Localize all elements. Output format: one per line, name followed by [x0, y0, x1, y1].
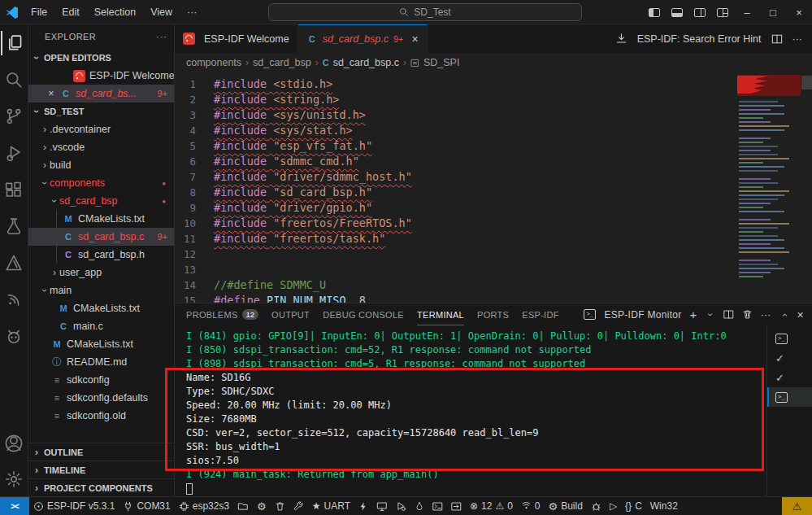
- editor-scrollbar[interactable]: [801, 76, 812, 89]
- monitor-device-item[interactable]: [372, 497, 392, 515]
- minimap[interactable]: [737, 75, 801, 303]
- explorer-icon[interactable]: [1, 31, 28, 55]
- settings-gear-icon[interactable]: [1, 467, 28, 491]
- terminal-dropdown-icon[interactable]: ›: [705, 310, 716, 320]
- extensions-icon[interactable]: [1, 177, 28, 202]
- esp-idf-version-item[interactable]: ESP-IDF v5.3.1: [29, 497, 119, 515]
- project-header[interactable]: › SD_TEST: [28, 103, 174, 120]
- tree-item-cmakelists-main[interactable]: M CMakeLists.txt: [28, 299, 174, 317]
- toggle-sidebar-icon[interactable]: [643, 0, 666, 24]
- split-terminal-icon[interactable]: [723, 309, 734, 320]
- customize-layout-icon[interactable]: [711, 0, 734, 24]
- tree-item-vscode[interactable]: › .vscode: [28, 138, 174, 156]
- search-error-hint-button[interactable]: ESP-IDF: Search Error Hint: [637, 33, 762, 45]
- breadcrumb-item[interactable]: SD_SPI: [423, 57, 459, 68]
- remote-indicator[interactable]: ><: [0, 497, 29, 515]
- maximize-button[interactable]: □: [760, 0, 786, 24]
- run-debug-icon[interactable]: [1, 141, 28, 165]
- tab-esp-idf[interactable]: ESP-IDF: [522, 303, 559, 325]
- kill-terminal-icon[interactable]: [742, 309, 753, 320]
- cmake-icon[interactable]: [1, 251, 28, 275]
- toggle-secondary-sidebar-icon[interactable]: [688, 0, 711, 24]
- tab-ports[interactable]: PORTS: [477, 303, 509, 325]
- open-editor-welcome[interactable]: ESP-IDF Welcome: [28, 67, 174, 85]
- command-center-search[interactable]: SD_Test: [268, 3, 582, 21]
- download-icon[interactable]: [615, 33, 627, 45]
- terminal-instance-task-done[interactable]: ✓: [767, 348, 812, 368]
- tab-problems[interactable]: PROBLEMS 12: [186, 303, 258, 325]
- timeline-section[interactable]: › TIMELINE: [28, 460, 174, 478]
- terminal-profile-label[interactable]: ESP-IDF Monitor: [604, 309, 681, 321]
- sidebar-more-icon[interactable]: ···: [156, 32, 167, 41]
- more-panel-actions-icon[interactable]: ···: [761, 309, 771, 321]
- open-editors-header[interactable]: › OPEN EDITORS: [28, 49, 174, 67]
- problems-status-item[interactable]: ⊗ 12 ⚠ 0: [466, 497, 517, 515]
- split-editor-icon[interactable]: [771, 33, 783, 45]
- flash-device-item[interactable]: [354, 497, 372, 515]
- language-mode-item[interactable]: {} C: [621, 497, 646, 515]
- tree-item-main[interactable]: › main: [28, 282, 174, 299]
- warning-status-item[interactable]: ⚠: [782, 497, 812, 515]
- tree-item-sd-card-bsp[interactable]: › sd_card_bsp ●: [28, 192, 174, 210]
- close-panel-icon[interactable]: ×: [797, 308, 804, 321]
- espressif-icon[interactable]: [1, 287, 28, 312]
- tab-debug-console[interactable]: DEBUG CONSOLE: [323, 303, 404, 325]
- open-editor-sdcard[interactable]: × C sd_card_bs... 9+: [28, 85, 174, 103]
- terminal-instance-active[interactable]: >_: [767, 387, 812, 407]
- cmake-debug-item[interactable]: [587, 497, 606, 515]
- project-components-section[interactable]: › PROJECT COMPONENTS: [28, 478, 174, 496]
- select-project-item[interactable]: [233, 497, 253, 515]
- tree-item-user-app[interactable]: › user_app: [28, 264, 174, 282]
- source-control-icon[interactable]: [1, 104, 28, 129]
- open-ocd-item[interactable]: [447, 497, 466, 515]
- terminal[interactable]: I (841) gpio: GPIO[9]| InputEn: 0| Outpu…: [175, 325, 766, 497]
- tree-item-sdkconfig[interactable]: ≡ sdkconfig: [28, 371, 174, 389]
- tree-item-sdkconfig-old[interactable]: ≡ sdkconfig.old: [28, 407, 174, 425]
- full-clean-item[interactable]: [271, 497, 289, 515]
- maximize-panel-icon[interactable]: ›: [779, 310, 790, 320]
- cmake-build-item[interactable]: ⚙ Build: [545, 497, 587, 515]
- tree-item-build[interactable]: › build: [28, 156, 174, 174]
- build-project-item[interactable]: [289, 497, 308, 515]
- platformio-icon[interactable]: [1, 324, 28, 348]
- more-actions-icon[interactable]: ···: [792, 33, 803, 45]
- tree-item-readme[interactable]: ⓘ README.md: [28, 353, 174, 371]
- menu-edit[interactable]: Edit: [55, 4, 86, 20]
- menu-file[interactable]: File: [24, 4, 54, 20]
- close-window-button[interactable]: ×: [786, 0, 812, 24]
- testing-icon[interactable]: [1, 214, 28, 238]
- tree-item-cmakelists-bsp[interactable]: M CMakeLists.txt: [28, 210, 174, 228]
- menu-more[interactable]: ···: [180, 4, 204, 20]
- debug-device-item[interactable]: [392, 497, 410, 515]
- code-editor[interactable]: 1#include <stdio.h> 2#include <string.h>…: [175, 72, 812, 303]
- close-icon[interactable]: ×: [45, 88, 58, 99]
- tree-item-sd-card-bsp-h[interactable]: C sd_card_bsp.h: [28, 246, 174, 264]
- terminal-status-item[interactable]: [428, 497, 447, 515]
- tree-item-devcontainer[interactable]: › .devcontainer: [28, 120, 174, 138]
- search-sidebar-icon[interactable]: [1, 68, 28, 92]
- new-terminal-icon[interactable]: +: [690, 308, 697, 321]
- device-target-item[interactable]: esp32s3: [175, 497, 233, 515]
- menu-selection[interactable]: Selection: [88, 4, 142, 20]
- tab-esp-idf-welcome[interactable]: ESP-IDF Welcome: [175, 24, 298, 53]
- tree-item-sdkconfig-defaults[interactable]: ≡ sdkconfig.defaults: [28, 389, 174, 407]
- account-icon[interactable]: [1, 431, 28, 456]
- breadcrumb-item[interactable]: sd_card_bsp.c: [333, 57, 399, 68]
- terminal-instance-task-done[interactable]: ✓: [767, 368, 812, 387]
- close-tab-icon[interactable]: ×: [412, 33, 419, 46]
- tree-item-main-c[interactable]: C main.c: [28, 317, 174, 335]
- build-flash-monitor-item[interactable]: [410, 497, 428, 515]
- menu-view[interactable]: View: [144, 4, 179, 20]
- toggle-panel-icon[interactable]: [666, 0, 688, 24]
- terminal-instance[interactable]: >_: [767, 329, 812, 348]
- ports-forwarded-item[interactable]: 0: [517, 497, 545, 515]
- flash-method-item[interactable]: ★ UART: [308, 497, 354, 515]
- tab-sd-card-bsp-c[interactable]: C sd_card_bsp.c 9+ ×: [298, 24, 428, 53]
- menuconfig-item[interactable]: ⚙: [253, 497, 271, 515]
- cmake-kit-item[interactable]: Win32: [646, 497, 682, 515]
- cmake-launch-item[interactable]: ▷: [606, 497, 621, 515]
- tree-item-cmakelists-root[interactable]: M CMakeLists.txt: [28, 335, 174, 353]
- tab-terminal[interactable]: TERMINAL: [417, 303, 464, 325]
- tree-item-components[interactable]: › components ●: [28, 174, 174, 192]
- breadcrumb-item[interactable]: sd_card_bsp: [253, 57, 311, 68]
